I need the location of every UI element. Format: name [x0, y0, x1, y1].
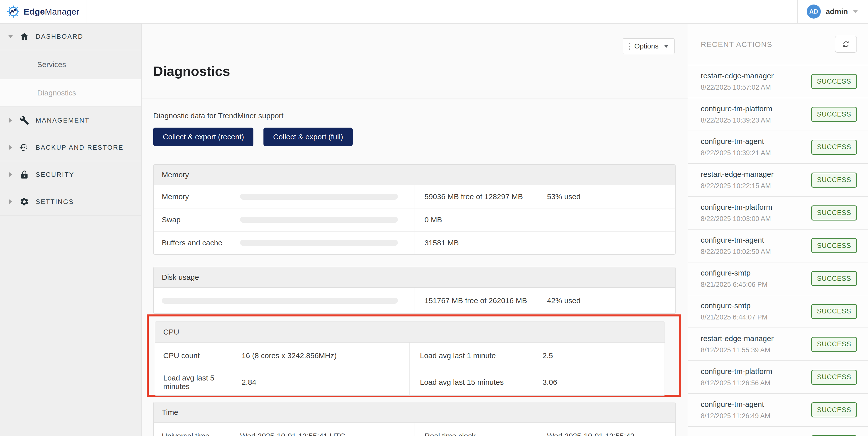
action-name: configure-tm-platform [701, 104, 811, 113]
avatar[interactable]: AD [807, 4, 821, 19]
status-badge: SUCCESS [811, 402, 857, 417]
table-row: Universal time Wed 2025-10-01 12:55:41 U… [154, 423, 675, 436]
sidebar-item-management[interactable]: MANAGEMENT [0, 107, 141, 134]
row-value: 59036 MB free of 128297 MB [425, 192, 547, 201]
row-value: 16 (8 cores x 3242.856MHz) [242, 351, 337, 360]
time-card-title: Time [154, 402, 675, 423]
action-name: configure-tm-agent [701, 400, 811, 409]
list-item: configure-tm-agent 8/22/2025 10:39:21 AM… [688, 131, 868, 164]
row-percent: 42% used [547, 297, 581, 305]
list-item: configure-tm-platform 8/12/2025 11:26:56… [688, 361, 868, 394]
row-value: 3.06 [542, 378, 557, 386]
disk-card-title: Disk usage [154, 267, 675, 288]
memory-card: Memory Memory 59036 MB free of 128297 MB… [153, 164, 676, 255]
sidebar-item-security[interactable]: SECURITY [0, 161, 141, 188]
options-label: Options [634, 42, 659, 50]
action-name: configure-tm-platform [701, 203, 811, 212]
sidebar-item-services[interactable]: Services [0, 50, 141, 80]
status-badge: SUCCESS [811, 74, 857, 89]
action-timestamp: 8/12/2025 11:26:49 AM [701, 412, 811, 420]
collect-export-recent-button[interactable]: Collect & export (recent) [153, 128, 253, 146]
action-name: configure-tm-platform [701, 367, 811, 376]
table-row: Buffers and cache 31581 MB [154, 231, 675, 254]
sidebar-item-label: BACKUP AND RESTORE [36, 144, 124, 151]
header-divider [142, 98, 688, 98]
time-card: Time Universal time Wed 2025-10-01 12:55… [153, 402, 676, 436]
row-value: 2.5 [542, 351, 553, 360]
row-value: 31581 MB [425, 239, 547, 247]
action-timestamp: 8/12/2025 11:26:56 AM [701, 379, 811, 387]
list-item: configure-tm-platform 8/22/2025 10:03:00… [688, 197, 868, 229]
options-button[interactable]: Options [623, 38, 675, 54]
status-badge: SUCCESS [811, 337, 857, 352]
export-buttons: Collect & export (recent) Collect & expo… [153, 128, 352, 146]
gear-icon [20, 197, 29, 207]
page-title: Diagnostics [153, 63, 230, 79]
memory-progress-bar [240, 194, 398, 200]
refresh-button[interactable] [835, 36, 857, 53]
chevron-down-icon [664, 45, 669, 48]
backup-restore-icon [20, 143, 29, 152]
action-name: restart-edge-manager [701, 334, 811, 343]
sidebar-item-label: SETTINGS [36, 198, 74, 206]
row-label: CPU count [163, 351, 242, 360]
action-timestamp: 8/21/2025 6:44:07 PM [701, 313, 811, 321]
sidebar-item-backup-and-restore[interactable]: BACKUP AND RESTORE [0, 134, 141, 161]
username-label: admin [826, 7, 848, 16]
status-badge: SUCCESS [811, 139, 857, 155]
chevron-right-icon [8, 145, 13, 150]
action-timestamp: 8/22/2025 10:39:23 AM [701, 117, 811, 124]
disk-progress-bar [162, 298, 398, 304]
status-badge: SUCCESS [811, 304, 857, 319]
cpu-highlight-annotation: CPU CPU count 16 (8 cores x 3242.856MHz)… [147, 314, 681, 397]
sidebar: DASHBOARD Services Diagnostics MANAGEMEN… [0, 23, 142, 436]
action-timestamp: 8/22/2025 10:02:50 AM [701, 248, 811, 256]
list-item: configure-smtp 8/21/2025 6:45:06 PM SUCC… [688, 262, 868, 295]
sidebar-item-dashboard[interactable]: DASHBOARD [0, 23, 141, 50]
chevron-down-icon [8, 35, 13, 38]
list-item: install-updates SUCCESS [688, 427, 868, 436]
row-label: Load avg last 5 minutes [163, 374, 242, 391]
cpu-card-title: CPU [155, 322, 664, 343]
chevron-right-icon [8, 199, 13, 204]
table-row: Swap 0 MB [154, 209, 675, 231]
sidebar-item-diagnostics[interactable]: Diagnostics [0, 80, 141, 107]
edgemanager-logo-icon [6, 5, 20, 18]
list-item: restart-edge-manager 8/22/2025 10:57:02 … [688, 65, 868, 98]
sidebar-item-settings[interactable]: SETTINGS [0, 188, 141, 216]
row-label: Swap [162, 216, 240, 224]
recent-actions-title: RECENT ACTIONS [701, 40, 772, 49]
chevron-right-icon [8, 172, 13, 177]
action-name: restart-edge-manager [701, 170, 811, 179]
list-item: configure-tm-platform 8/22/2025 10:39:23… [688, 98, 868, 131]
action-name: configure-smtp [701, 301, 811, 310]
status-badge: SUCCESS [811, 370, 857, 385]
user-menu[interactable]: AD admin [797, 0, 868, 23]
memory-card-title: Memory [154, 165, 675, 185]
row-value: 151767 MB free of 262016 MB [425, 297, 547, 305]
action-name: configure-tm-agent [701, 137, 811, 146]
sidebar-item-label: SECURITY [36, 171, 74, 179]
recent-actions-header: RECENT ACTIONS [688, 23, 868, 65]
disk-usage-card: Disk usage 151767 MB free of 262016 MB 4… [153, 267, 676, 314]
row-label: Load avg last 1 minute [420, 351, 542, 360]
action-timestamp: 8/22/2025 10:03:00 AM [701, 215, 811, 223]
table-row: CPU count 16 (8 cores x 3242.856MHz) Loa… [155, 343, 664, 369]
list-item: restart-edge-manager 8/22/2025 10:22:15 … [688, 164, 868, 197]
app-logo: EdgeManager [0, 0, 86, 23]
row-label: Buffers and cache [162, 239, 240, 247]
swap-progress-bar [240, 217, 398, 223]
list-item: configure-tm-agent 8/22/2025 10:02:50 AM… [688, 229, 868, 262]
action-timestamp: 8/22/2025 10:22:15 AM [701, 182, 811, 190]
collect-export-full-button[interactable]: Collect & export (full) [264, 128, 352, 146]
status-badge: SUCCESS [811, 107, 857, 122]
action-name: restart-edge-manager [701, 71, 811, 80]
row-value: Wed 2025-10-01 12:55:41 UTC [240, 432, 345, 436]
row-value: Wed 2025-10-01 12:55:42 [547, 432, 634, 436]
chevron-down-icon [853, 10, 858, 13]
action-timestamp: 8/12/2025 11:55:39 AM [701, 346, 811, 354]
table-row: Memory 59036 MB free of 128297 MB 53% us… [154, 185, 675, 209]
sidebar-item-label: DASHBOARD [36, 33, 83, 40]
chevron-right-icon [8, 118, 13, 123]
list-item: configure-tm-agent 8/12/2025 11:26:49 AM… [688, 394, 868, 427]
